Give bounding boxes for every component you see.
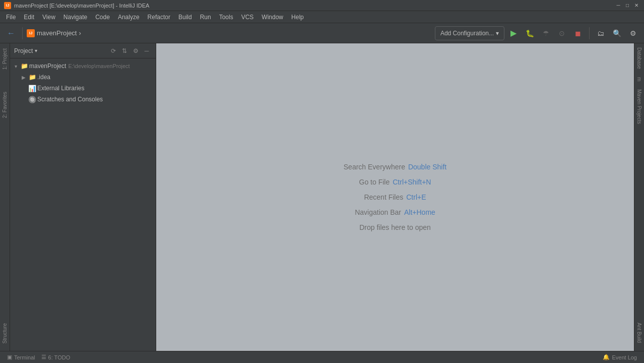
hint-search-everywhere: Search Everywhere Double Shift: [344, 163, 446, 171]
breadcrumb-arrow: ›: [79, 29, 81, 37]
tree-arrow-idea: ▶: [20, 74, 27, 81]
hint-search-text: Search Everywhere: [344, 163, 405, 171]
tree-label-idea: .idea: [37, 74, 50, 81]
add-config-arrow: ▾: [496, 30, 499, 37]
hint-goto-key: Ctrl+Shift+N: [393, 178, 431, 186]
menu-tools[interactable]: Tools: [215, 13, 237, 22]
hint-nav-text: Navigation Bar: [355, 208, 401, 216]
hint-recent-files: Recent Files Ctrl+E: [364, 193, 426, 201]
project-name: mavenProject: [37, 29, 77, 37]
hint-recent-text: Recent Files: [364, 193, 403, 201]
terminal-icon: ▣: [7, 354, 12, 360]
tree-label-extlib: External Libraries: [37, 85, 84, 92]
stop-button[interactable]: ◼: [571, 26, 585, 40]
project-panel-header: Project ▾ ⟳ ⇅ ⚙ ─: [10, 43, 156, 58]
search-everywhere-button[interactable]: 🔍: [610, 26, 624, 40]
back-button[interactable]: ←: [4, 26, 18, 40]
sidebar-tab-favorites[interactable]: 2: Favorites: [1, 89, 9, 121]
settings-button[interactable]: ⚙: [626, 26, 640, 40]
menu-bar: File Edit View Navigate Code Analyze Ref…: [0, 11, 644, 23]
right-sidebar: Database m Maven Projects Ant Build: [634, 43, 644, 351]
tree-item-scratches[interactable]: ▶ 🔘 Scratches and Consoles: [10, 94, 156, 105]
hint-goto-text: Go to File: [359, 178, 390, 186]
menu-view[interactable]: View: [38, 13, 59, 22]
run-button[interactable]: ▶: [506, 26, 521, 40]
hint-drop-text: Drop files here to open: [359, 223, 431, 231]
hint-drop-files: Drop files here to open: [359, 223, 431, 231]
app-icon: IJ: [4, 2, 11, 9]
tree-arrow-scratches: ▶: [20, 96, 27, 103]
panel-title-arrow: ▾: [35, 48, 37, 53]
scratches-icon: 🔘: [28, 95, 36, 103]
sync-panel-button[interactable]: ⟳: [108, 46, 118, 56]
menu-analyze[interactable]: Analyze: [114, 13, 144, 22]
menu-code[interactable]: Code: [91, 13, 114, 22]
right-tab-ant[interactable]: Ant Build: [635, 319, 643, 347]
tree-arrow-extlib: ▶: [20, 85, 27, 92]
coverage-button[interactable]: ☂: [539, 26, 553, 40]
right-tab-maven[interactable]: Maven Projects: [635, 85, 643, 128]
menu-build[interactable]: Build: [174, 13, 196, 22]
right-tab-m[interactable]: m: [635, 73, 643, 85]
toolbar-sep-1: [22, 27, 23, 39]
menu-file[interactable]: File: [2, 13, 20, 22]
sidebar-tab-structure[interactable]: Structure: [1, 320, 9, 347]
tree-item-external-libs[interactable]: ▶ 📊 External Libraries: [10, 83, 156, 94]
profile-button[interactable]: ⊙: [555, 26, 569, 40]
sort-panel-button[interactable]: ⇅: [119, 46, 130, 56]
panel-controls: ⟳ ⇅ ⚙ ─: [108, 46, 152, 56]
minimize-panel-button[interactable]: ─: [142, 46, 152, 56]
external-libs-icon: 📊: [28, 84, 36, 92]
debug-button[interactable]: 🐛: [523, 26, 537, 40]
todo-icon: ☰: [41, 354, 46, 360]
project-folder-icon: 📁: [20, 62, 28, 70]
event-log-status[interactable]: 🔔 Event Log: [600, 351, 640, 363]
hint-search-key: Double Shift: [408, 163, 446, 171]
tree-path-mavenproject: E:\develop\mavenProject: [68, 63, 130, 69]
tree-item-idea[interactable]: ▶ 📁 .idea: [10, 72, 156, 83]
event-log-label: Event Log: [612, 354, 637, 360]
editor-area[interactable]: Search Everywhere Double Shift Go to Fil…: [156, 43, 634, 351]
menu-window[interactable]: Window: [257, 13, 287, 22]
menu-edit[interactable]: Edit: [20, 13, 38, 22]
terminal-label: Terminal: [14, 354, 35, 360]
close-button[interactable]: ✕: [633, 2, 640, 9]
tree-label-scratches: Scratches and Consoles: [37, 96, 103, 103]
tree-label-mavenproject: mavenProject: [29, 63, 66, 70]
project-brand[interactable]: IJ mavenProject ›: [27, 29, 81, 37]
right-tab-database[interactable]: Database: [635, 43, 643, 73]
hint-goto-file: Go to File Ctrl+Shift+N: [359, 178, 431, 186]
hint-recent-key: Ctrl+E: [406, 193, 426, 201]
window-controls: ─ □ ✕: [615, 2, 640, 9]
settings-panel-button[interactable]: ⚙: [131, 46, 141, 56]
status-bar: ▣ Terminal ☰ 6: TODO 🔔 Event Log: [0, 351, 644, 363]
hint-navigation-bar: Navigation Bar Alt+Home: [355, 208, 435, 216]
project-tree: ▾ 📁 mavenProject E:\develop\mavenProject…: [10, 58, 156, 351]
tree-item-mavenproject[interactable]: ▾ 📁 mavenProject E:\develop\mavenProject: [10, 60, 156, 72]
panel-title: Project ▾: [14, 47, 108, 54]
toolbar: ← IJ mavenProject › Add Configuration...…: [0, 23, 644, 43]
window-title: mavenProject [E:\develop\mavenProject] -…: [14, 3, 149, 9]
menu-vcs[interactable]: VCS: [237, 13, 258, 22]
panel-title-label: Project: [14, 47, 33, 54]
todo-label: 6: TODO: [48, 354, 71, 360]
hint-nav-key: Alt+Home: [404, 208, 435, 216]
idea-folder-icon: 📁: [28, 73, 36, 81]
toolbar-sep-2: [589, 27, 590, 39]
add-configuration-button[interactable]: Add Configuration... ▾: [435, 26, 504, 40]
minimize-button[interactable]: ─: [615, 2, 622, 9]
event-log-icon: 🔔: [603, 354, 610, 360]
project-structure-button[interactable]: 🗂: [594, 26, 608, 40]
tree-arrow-mavenproject: ▾: [12, 63, 19, 70]
main-content: 1: Project 2: Favorites Structure Projec…: [0, 43, 644, 351]
terminal-status[interactable]: ▣ Terminal: [4, 351, 38, 363]
menu-help[interactable]: Help: [287, 13, 308, 22]
menu-navigate[interactable]: Navigate: [59, 13, 91, 22]
brand-icon: IJ: [27, 29, 35, 37]
add-config-label: Add Configuration...: [440, 30, 494, 37]
todo-status[interactable]: ☰ 6: TODO: [38, 351, 74, 363]
maximize-button[interactable]: □: [624, 2, 631, 9]
menu-refactor[interactable]: Refactor: [144, 13, 174, 22]
menu-run[interactable]: Run: [196, 13, 215, 22]
sidebar-tab-project[interactable]: 1: Project: [1, 45, 9, 73]
